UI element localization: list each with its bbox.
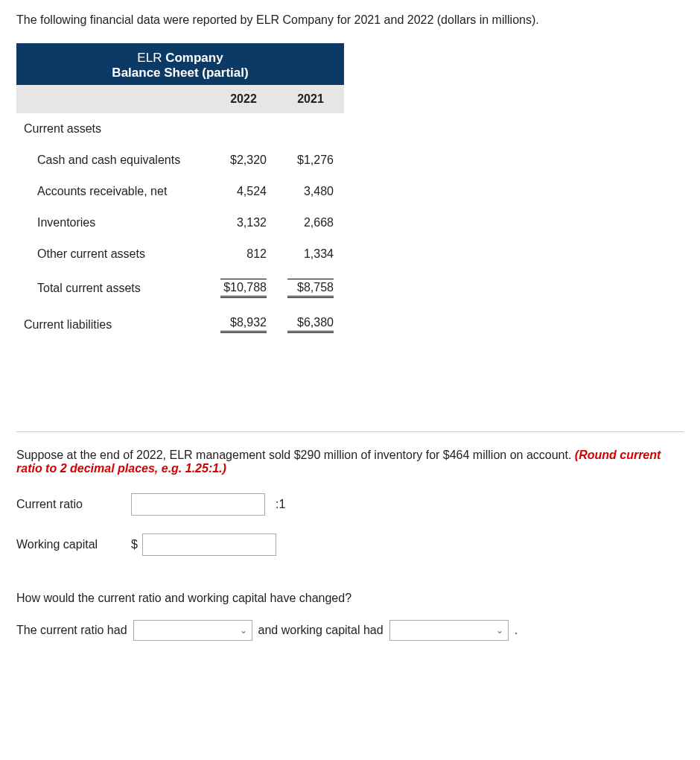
tca-2022: $10,788 [220,279,267,298]
current-ratio-select[interactable]: ⌄ [133,620,252,641]
chevron-down-icon: ⌄ [496,625,503,636]
sentence-part1: The current ratio had [16,624,127,637]
ar-2022: 4,524 [220,185,267,198]
balance-sheet-table: ELR Company Balance Sheet (partial) 2022… [16,43,344,342]
title-line2: Balance Sheet (partial) [112,66,248,80]
table-title: ELR Company Balance Sheet (partial) [16,43,344,85]
table-row: Other current assets 812 1,334 [16,238,344,270]
other-2022: 812 [220,247,267,261]
table-row: Cash and cash equivalents $2,320 $1,276 [16,145,344,176]
ratio-suffix: :1 [276,498,285,511]
row-tca-label: Total current assets [16,270,210,307]
working-capital-input[interactable] [142,533,276,556]
section-divider [16,431,684,432]
cash-2022: $2,320 [220,153,267,167]
row-ar-label: Accounts receivable, net [16,176,210,207]
row-other-label: Other current assets [16,238,210,270]
dollar-sign: $ [131,538,138,551]
table-row: Total current assets $10,788 $8,758 [16,270,344,307]
inv-2021: 2,668 [287,216,334,229]
answer-sentence: The current ratio had ⌄ and working capi… [16,620,684,641]
working-capital-select[interactable]: ⌄ [389,620,509,641]
row-inv-label: Inventories [16,207,210,238]
title-prefix: ELR [137,51,165,65]
question-body: Suppose at the end of 2022, ELR manageme… [16,449,575,461]
table-row: Current assets [16,113,344,145]
question-text: Suppose at the end of 2022, ELR manageme… [16,449,684,475]
current-ratio-label: Current ratio [16,498,121,511]
tca-2021: $8,758 [287,279,334,298]
working-capital-row: Working capital $ [16,533,684,556]
other-2021: 1,334 [287,247,334,261]
row-current-assets: Current assets [16,113,210,145]
working-capital-label: Working capital [16,538,121,551]
table-row: Inventories 3,132 2,668 [16,207,344,238]
sentence-part2: and working capital had [258,624,384,637]
current-ratio-input[interactable] [131,493,265,516]
cl-2021: $6,380 [287,316,334,333]
ar-2021: 3,480 [287,185,334,198]
chevron-down-icon: ⌄ [240,625,247,636]
sentence-period: . [515,624,518,637]
current-ratio-row: Current ratio :1 [16,493,684,516]
row-cash-label: Cash and cash equivalents [16,145,210,176]
title-company: Company [165,51,223,65]
intro-text: The following financial data were report… [16,13,684,27]
col-2022: 2022 [210,85,277,113]
table-row: Current liabilities $8,932 $6,380 [16,307,344,342]
cash-2021: $1,276 [287,153,334,167]
table-row: Accounts receivable, net 4,524 3,480 [16,176,344,207]
cl-2022: $8,932 [220,316,267,333]
col-2021: 2021 [277,85,344,113]
row-cl-label: Current liabilities [16,307,210,342]
inv-2022: 3,132 [220,216,267,229]
year-blank [16,85,210,113]
question2-prompt: How would the current ratio and working … [16,592,684,605]
